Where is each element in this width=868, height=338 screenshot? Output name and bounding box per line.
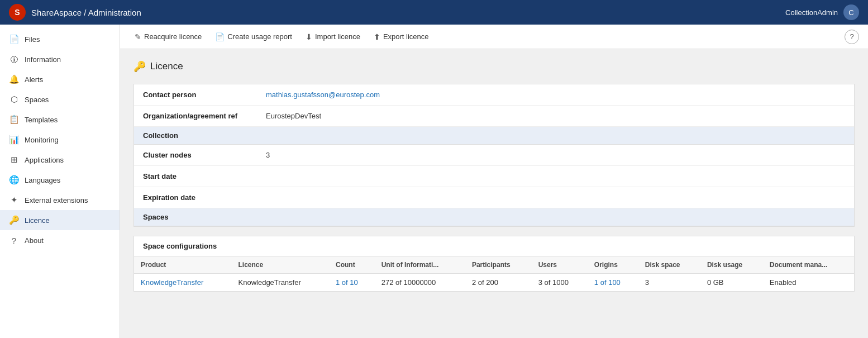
toolbar: ✎ Reacquire licence 📄 Create usage repor… <box>120 25 868 49</box>
templates-icon: 📋 <box>9 115 19 125</box>
contact-person-label: Contact person <box>143 91 266 99</box>
languages-icon: 🌐 <box>9 175 19 185</box>
create-report-icon: 📄 <box>215 32 225 41</box>
sidebar-item-external-extensions[interactable]: ✦ External extensions <box>0 190 120 210</box>
org-ref-row: Organization/agreement ref EurostepDevTe… <box>134 106 854 127</box>
cluster-nodes-value: 3 <box>266 151 270 159</box>
navbar-user: CollectionAdmin <box>785 8 838 17</box>
sidebar-label-languages: Languages <box>25 176 60 184</box>
details-section: Contact person mathias.gustafsson@eurost… <box>133 84 855 227</box>
spaces-section-header: Spaces <box>134 208 854 226</box>
collection-section-header: Collection <box>134 127 854 145</box>
toolbar-right: ? <box>845 30 859 44</box>
sidebar-label-about: About <box>25 236 44 245</box>
cell-users: 3 of 1000 <box>532 274 588 292</box>
sidebar-label-templates: Templates <box>25 116 58 124</box>
sidebar-item-files[interactable]: 📄 Files <box>0 29 120 49</box>
sidebar-item-templates[interactable]: 📋 Templates <box>0 110 120 130</box>
sidebar-label-spaces: Spaces <box>25 96 49 104</box>
files-icon: 📄 <box>9 34 19 44</box>
sidebar-item-information[interactable]: 🛈 Information <box>0 49 120 69</box>
col-count: Count <box>329 256 375 274</box>
sidebar-label-files: Files <box>25 35 40 44</box>
sidebar-item-applications[interactable]: ⊞ Applications <box>0 150 120 170</box>
cell-unit-of-info: 272 of 10000000 <box>375 274 465 292</box>
monitoring-icon: 📊 <box>9 135 19 145</box>
cell-product[interactable]: KnowledgeTransfer <box>134 274 232 292</box>
col-licence: Licence <box>232 256 330 274</box>
col-unit-of-info: Unit of Informati... <box>375 256 465 274</box>
create-report-label: Create usage report <box>227 32 292 41</box>
applications-icon: ⊞ <box>9 155 19 165</box>
navbar-title: ShareAspace / Administration <box>31 8 141 17</box>
help-button[interactable]: ? <box>845 30 859 44</box>
contact-person-value[interactable]: mathias.gustafsson@eurostep.com <box>266 91 380 99</box>
org-ref-value: EurostepDevTest <box>266 112 321 120</box>
sidebar-item-licence[interactable]: 🔑 Licence <box>0 210 120 230</box>
expiration-date-label: Expiration date <box>143 193 266 202</box>
page-title-icon: 🔑 <box>133 60 146 73</box>
page-body: 🔑 Licence Contact person mathias.gustafs… <box>120 49 868 338</box>
cell-licence: KnowledgeTransfer <box>232 274 330 292</box>
sidebar-label-information: Information <box>25 55 61 64</box>
sidebar-item-alerts[interactable]: 🔔 Alerts <box>0 69 120 89</box>
licence-icon: 🔑 <box>9 215 19 225</box>
col-users: Users <box>532 256 588 274</box>
sidebar-label-licence: Licence <box>25 216 50 225</box>
space-configurations-table: Product Licence Count Unit of Informati.… <box>134 256 854 291</box>
cell-origins[interactable]: 1 of 100 <box>588 274 638 292</box>
sidebar-label-external-extensions: External extensions <box>25 196 88 204</box>
sidebar-item-monitoring[interactable]: 📊 Monitoring <box>0 130 120 150</box>
about-icon: ? <box>9 235 19 245</box>
space-configurations-section: Space configurations Product Licence Cou… <box>133 236 855 292</box>
reacquire-icon: ✎ <box>135 32 141 41</box>
org-ref-label: Organization/agreement ref <box>143 112 266 120</box>
page-title-row: 🔑 Licence <box>133 60 855 73</box>
navbar-right: CollectionAdmin C <box>785 4 859 20</box>
col-disk-space: Disk space <box>638 256 700 274</box>
cell-participants: 2 of 200 <box>465 274 532 292</box>
cell-doc-mana: Enabled <box>763 274 854 292</box>
information-icon: 🛈 <box>9 54 19 64</box>
alerts-icon: 🔔 <box>9 74 19 84</box>
cell-count[interactable]: 1 of 10 <box>329 274 375 292</box>
main-layout: 📄 Files 🛈 Information 🔔 Alerts ⬡ Spaces … <box>0 25 868 338</box>
cluster-nodes-label: Cluster nodes <box>143 151 266 159</box>
page-title: Licence <box>150 61 183 72</box>
sidebar-item-spaces[interactable]: ⬡ Spaces <box>0 89 120 110</box>
cluster-nodes-row: Cluster nodes 3 <box>134 145 854 166</box>
sidebar-item-languages[interactable]: 🌐 Languages <box>0 170 120 190</box>
col-product: Product <box>134 256 232 274</box>
navbar-avatar: C <box>843 4 859 20</box>
space-configurations-header: Space configurations <box>134 236 854 256</box>
sidebar-label-monitoring: Monitoring <box>25 136 59 144</box>
table-header-row: Product Licence Count Unit of Informati.… <box>134 256 854 274</box>
sidebar-item-about[interactable]: ? About <box>0 230 120 250</box>
col-origins: Origins <box>588 256 638 274</box>
export-label: Export licence <box>383 32 429 41</box>
help-icon: ? <box>850 32 853 41</box>
content: ✎ Reacquire licence 📄 Create usage repor… <box>120 25 868 338</box>
import-label: Import licence <box>315 32 360 41</box>
expiration-date-row: Expiration date <box>134 187 854 208</box>
cell-disk-usage: 0 GB <box>700 274 763 292</box>
table-row: KnowledgeTransfer KnowledgeTransfer 1 of… <box>134 274 854 292</box>
navbar-left: S ShareAspace / Administration <box>9 4 141 21</box>
navbar-logo: S <box>9 4 26 21</box>
col-participants: Participants <box>465 256 532 274</box>
import-licence-button[interactable]: ⬇ Import licence <box>300 29 366 45</box>
navbar: S ShareAspace / Administration Collectio… <box>0 0 868 25</box>
sidebar-label-applications: Applications <box>25 156 64 164</box>
reacquire-licence-button[interactable]: ✎ Reacquire licence <box>129 29 207 45</box>
start-date-row: Start date <box>134 166 854 187</box>
sidebar-label-alerts: Alerts <box>25 75 43 84</box>
create-usage-report-button[interactable]: 📄 Create usage report <box>209 29 298 45</box>
contact-person-row: Contact person mathias.gustafsson@eurost… <box>134 84 854 106</box>
export-licence-button[interactable]: ⬆ Export licence <box>368 29 435 45</box>
cell-disk-space: 3 <box>638 274 700 292</box>
import-icon: ⬇ <box>306 32 312 41</box>
export-icon: ⬆ <box>374 32 380 41</box>
sidebar: 📄 Files 🛈 Information 🔔 Alerts ⬡ Spaces … <box>0 25 120 338</box>
start-date-label: Start date <box>143 172 266 180</box>
reacquire-label: Reacquire licence <box>144 32 202 41</box>
